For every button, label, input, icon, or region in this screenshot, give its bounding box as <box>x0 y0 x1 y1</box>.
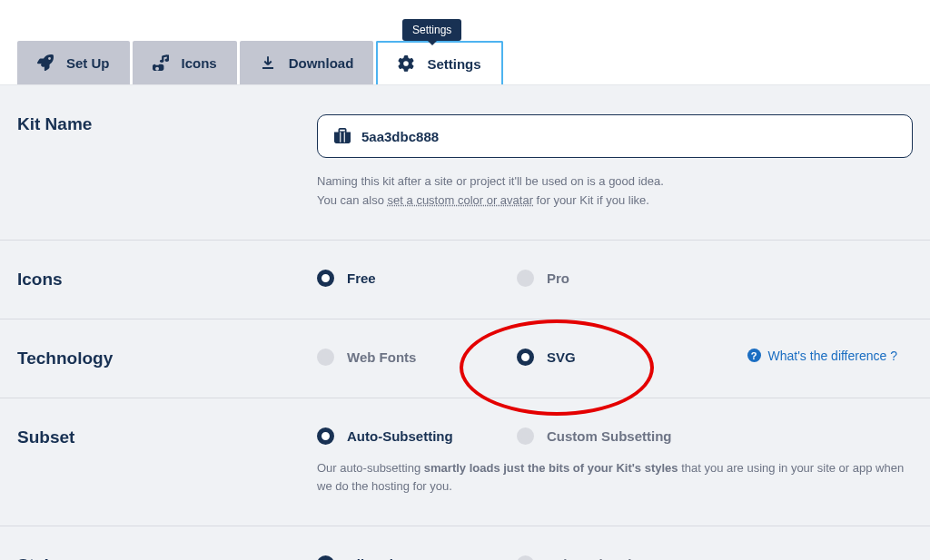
radio-label: Free <box>347 270 376 286</box>
kit-name-title: Kit Name <box>17 114 317 134</box>
technology-title: Technology <box>17 349 317 368</box>
custom-color-link[interactable]: set a custom color or avatar <box>388 193 533 207</box>
suitcase-icon <box>334 128 351 144</box>
radio-styles-selected[interactable]: Selected Styles <box>517 555 647 560</box>
radio-subset-auto[interactable]: Auto-Subsetting <box>317 427 517 445</box>
tab-label: Icons <box>182 55 217 71</box>
tab-download[interactable]: Download <box>240 41 374 84</box>
radio-label: Selected Styles <box>547 556 647 560</box>
kit-name-input[interactable] <box>361 129 895 144</box>
section-subset: Subset Auto-Subsetting Custom Subsetting… <box>0 398 930 527</box>
radio-subset-custom[interactable]: Custom Subsetting <box>517 427 672 445</box>
section-kit-name: Kit Name Naming this kit after a site or… <box>0 85 930 241</box>
radio-icon <box>517 555 534 560</box>
radio-icon <box>317 427 334 445</box>
tab-bar: Set Up Icons Download Settings <box>0 0 930 85</box>
download-icon <box>260 54 276 71</box>
radio-tech-svg[interactable]: SVG <box>517 349 717 366</box>
radio-icon <box>317 555 334 560</box>
section-styles: Styles All Styles Selected Styles <box>0 526 930 560</box>
icons-icon <box>153 54 169 71</box>
kit-name-helper: Naming this kit after a site or project … <box>317 172 913 211</box>
radio-icon <box>517 427 534 445</box>
tab-label: Set Up <box>66 55 110 71</box>
subset-title: Subset <box>17 427 317 447</box>
tab-label: Settings <box>427 56 480 72</box>
rocket-icon <box>37 54 54 71</box>
radio-label: Auto-Subsetting <box>347 428 453 444</box>
question-icon: ? <box>747 349 761 362</box>
radio-label: SVG <box>547 349 576 365</box>
section-technology: Technology Web Fonts SVG ? What's the di… <box>0 319 930 398</box>
section-icons: Icons Free Pro <box>0 241 930 319</box>
radio-styles-all[interactable]: All Styles <box>317 555 517 560</box>
radio-icon <box>317 349 334 366</box>
tab-label: Download <box>289 55 354 71</box>
radio-icons-pro[interactable]: Pro <box>517 270 717 287</box>
radio-tech-webfonts[interactable]: Web Fonts <box>317 349 517 366</box>
radio-icon <box>317 270 334 287</box>
icons-title: Icons <box>17 270 317 290</box>
tab-settings[interactable]: Settings <box>376 41 502 84</box>
radio-label: Web Fonts <box>347 349 416 365</box>
radio-icon <box>517 349 534 366</box>
gear-icon <box>398 55 414 72</box>
radio-icon <box>517 270 534 287</box>
settings-content: Kit Name Naming this kit after a site or… <box>0 85 930 560</box>
tab-setup[interactable]: Set Up <box>17 41 130 84</box>
radio-label: Custom Subsetting <box>547 428 672 444</box>
radio-label: Pro <box>547 270 569 286</box>
radio-icons-free[interactable]: Free <box>317 270 517 287</box>
styles-title: Styles <box>17 555 317 560</box>
subset-description: Our auto-subsetting smartly loads just t… <box>317 459 913 497</box>
tab-icons[interactable]: Icons <box>133 41 237 84</box>
radio-label: All Styles <box>347 556 409 560</box>
whats-difference-link[interactable]: ? What's the difference ? <box>747 349 898 363</box>
settings-tooltip: Settings <box>402 19 461 41</box>
kit-name-input-wrapper[interactable] <box>317 114 913 158</box>
